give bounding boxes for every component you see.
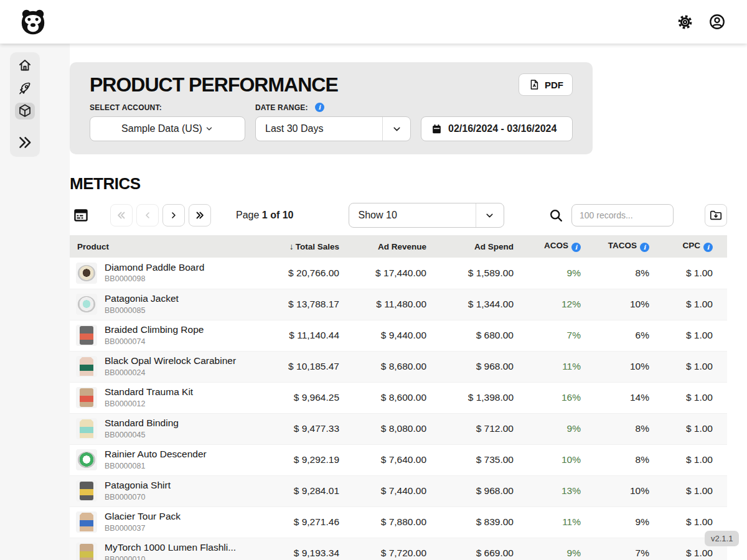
ad-revenue-value: $ 8,080.00 bbox=[354, 413, 441, 444]
first-page-button[interactable] bbox=[110, 204, 133, 226]
product-sku: BB0000098 bbox=[105, 274, 204, 284]
product-sku: BB0000010 bbox=[105, 554, 236, 560]
product-sku: BB0000085 bbox=[105, 306, 179, 316]
info-icon[interactable]: i bbox=[571, 243, 581, 252]
table-row[interactable]: Black Opal Wirelock Carabiner BB0000024 … bbox=[70, 351, 727, 382]
product-name[interactable]: Braided Climbing Rope bbox=[105, 324, 204, 336]
table-row[interactable]: Patagonia Jacket BB0000085 $ 13,788.17 $… bbox=[70, 289, 727, 320]
product-image bbox=[76, 263, 97, 284]
account-button[interactable] bbox=[708, 13, 726, 30]
info-icon[interactable]: i bbox=[640, 243, 649, 252]
date-range-picker[interactable]: 02/16/2024 - 03/16/2024 bbox=[421, 116, 573, 141]
product-sku: BB0000037 bbox=[105, 523, 181, 534]
total-sales-value: $ 11,140.44 bbox=[266, 320, 354, 351]
column-header-acos[interactable]: ACOSi bbox=[528, 235, 595, 258]
show-rows-select[interactable]: Show 10 bbox=[349, 203, 504, 228]
table-row[interactable]: Diamond Paddle Board BB0000098 $ 20,766.… bbox=[70, 258, 727, 289]
info-icon[interactable]: i bbox=[703, 243, 713, 252]
product-sku: BB0000024 bbox=[105, 368, 236, 378]
cpc-value: $ 1.00 bbox=[664, 320, 727, 351]
table-row[interactable]: Glacier Tour Pack BB0000037 $ 9,271.46 $… bbox=[70, 506, 727, 538]
ad-revenue-value: $ 8,600.00 bbox=[354, 382, 441, 413]
column-header-ad-spend[interactable]: Ad Spend bbox=[441, 235, 528, 258]
prev-page-button[interactable] bbox=[136, 204, 159, 226]
pagination bbox=[110, 204, 211, 226]
product-image bbox=[76, 449, 97, 470]
acos-value: 9% bbox=[528, 258, 595, 289]
user-icon bbox=[708, 13, 726, 30]
product-name[interactable]: Standard Binding bbox=[105, 417, 179, 429]
product-performance-panel: PRODUCT PERFORMANCE PDF SELECT ACCOUNT: … bbox=[70, 62, 593, 154]
table-row[interactable]: Rainier Auto Descender BB0000081 $ 9,292… bbox=[70, 444, 727, 475]
date-preset-select[interactable]: Last 30 Days bbox=[255, 116, 411, 141]
last-page-button[interactable] bbox=[189, 204, 211, 226]
double-chevron-right-icon bbox=[17, 134, 33, 151]
acos-value: 16% bbox=[528, 382, 595, 413]
acos-value: 9% bbox=[528, 413, 595, 444]
ad-revenue-value: $ 7,880.00 bbox=[354, 506, 441, 538]
search-icon bbox=[548, 208, 564, 223]
bear-logo[interactable] bbox=[19, 7, 47, 36]
info-icon[interactable]: i bbox=[315, 103, 324, 112]
product-sku: BB0000070 bbox=[105, 492, 171, 503]
table-row[interactable]: Standard Trauma Kit BB0000012 $ 9,964.25… bbox=[70, 382, 727, 413]
chevron-down-icon bbox=[382, 117, 410, 141]
next-page-button[interactable] bbox=[162, 204, 185, 226]
tacos-value: 7% bbox=[595, 538, 664, 560]
column-header-cpc[interactable]: CPCi bbox=[664, 235, 727, 258]
export-pdf-button[interactable]: PDF bbox=[519, 73, 573, 96]
settings-button[interactable] bbox=[676, 13, 693, 30]
sidebar-item-products[interactable] bbox=[15, 103, 35, 119]
cpc-value: $ 1.00 bbox=[664, 258, 727, 289]
product-image bbox=[76, 418, 97, 439]
column-settings-button[interactable] bbox=[72, 207, 90, 224]
product-name[interactable]: Rainier Auto Descender bbox=[105, 448, 207, 460]
product-sku: BB0000081 bbox=[105, 461, 207, 472]
column-header-total-sales[interactable]: ↓Total Sales bbox=[266, 235, 354, 258]
total-sales-value: $ 13,788.17 bbox=[266, 289, 354, 320]
product-name[interactable]: Standard Trauma Kit bbox=[105, 386, 193, 398]
product-name[interactable]: MyTorch 1000 Lumen Flashli... bbox=[105, 541, 236, 554]
column-header-product[interactable]: Product bbox=[70, 235, 266, 258]
tacos-value: 9% bbox=[595, 506, 664, 538]
table-row[interactable]: Standard Binding BB0000045 $ 9,477.33 $ … bbox=[70, 413, 727, 444]
ad-spend-value: $ 968.00 bbox=[441, 351, 528, 382]
account-select[interactable]: Sample Data (US) bbox=[90, 116, 245, 141]
sidebar-item-rocket[interactable] bbox=[15, 80, 35, 97]
gear-icon bbox=[677, 14, 693, 30]
total-sales-value: $ 9,284.01 bbox=[266, 475, 354, 506]
table-header-row: Product ↓Total Sales Ad Revenue Ad Spend… bbox=[70, 235, 727, 258]
ad-revenue-value: $ 11,480.00 bbox=[354, 289, 441, 320]
total-sales-value: $ 9,477.33 bbox=[266, 413, 354, 444]
tacos-value: 10% bbox=[595, 289, 664, 320]
export-table-button[interactable] bbox=[705, 204, 727, 226]
sidebar-item-home[interactable] bbox=[15, 57, 35, 74]
product-name[interactable]: Patagonia Shirt bbox=[105, 479, 171, 492]
product-image bbox=[76, 387, 97, 408]
cpc-value: $ 1.00 bbox=[664, 351, 727, 382]
tacos-value: 8% bbox=[595, 413, 664, 444]
chevron-down-icon bbox=[476, 203, 504, 227]
ad-spend-value: $ 968.00 bbox=[441, 475, 528, 506]
table-row[interactable]: Braided Climbing Rope BB0000074 $ 11,140… bbox=[70, 320, 727, 351]
tacos-value: 8% bbox=[595, 444, 664, 475]
column-header-tacos[interactable]: TACOSi bbox=[595, 235, 664, 258]
search-input[interactable] bbox=[571, 204, 674, 226]
main-content: PRODUCT PERFORMANCE PDF SELECT ACCOUNT: … bbox=[70, 44, 727, 560]
ad-spend-value: $ 1,589.00 bbox=[441, 258, 528, 289]
product-name[interactable]: Glacier Tour Pack bbox=[105, 510, 181, 523]
sort-desc-icon: ↓ bbox=[289, 241, 294, 251]
table-row[interactable]: Patagonia Shirt BB0000070 $ 9,284.01 $ 7… bbox=[70, 475, 727, 506]
table-row[interactable]: MyTorch 1000 Lumen Flashli... BB0000010 … bbox=[70, 538, 727, 560]
total-sales-value: $ 9,964.25 bbox=[266, 382, 354, 413]
acos-value: 10% bbox=[528, 444, 595, 475]
column-header-ad-revenue[interactable]: Ad Revenue bbox=[354, 235, 441, 258]
product-image bbox=[76, 325, 97, 346]
product-name[interactable]: Black Opal Wirelock Carabiner bbox=[105, 355, 236, 367]
cpc-value: $ 1.00 bbox=[664, 444, 727, 475]
ad-spend-value: $ 669.00 bbox=[441, 538, 528, 560]
product-name[interactable]: Diamond Paddle Board bbox=[105, 261, 204, 274]
cpc-value: $ 1.00 bbox=[664, 475, 727, 506]
product-name[interactable]: Patagonia Jacket bbox=[105, 292, 179, 305]
sidebar-expand-button[interactable] bbox=[15, 134, 35, 151]
